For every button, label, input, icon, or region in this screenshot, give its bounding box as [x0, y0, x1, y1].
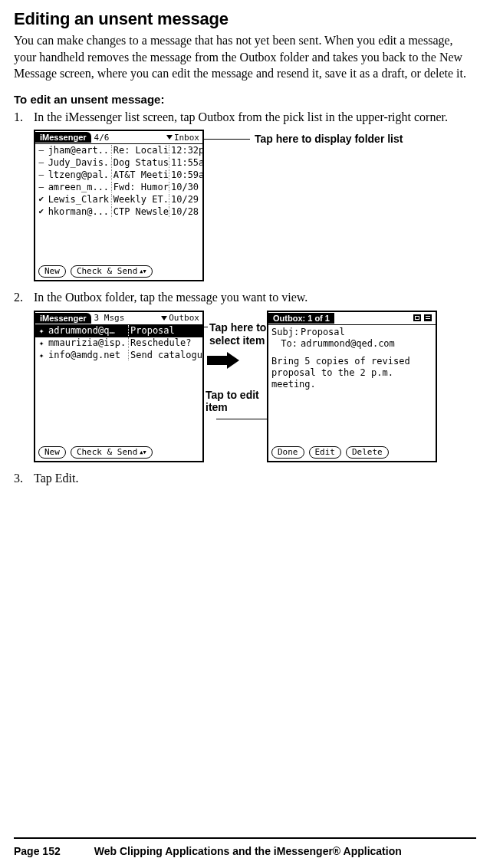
from-cell: info@amdg.net	[48, 350, 129, 360]
list-item[interactable]: ✔Lewis_Clark...Weekly ET...10/29	[35, 193, 202, 205]
edit-button[interactable]: Edit	[309, 446, 342, 459]
message-list: —jham@eart...Re: Localiza...12:32p—Judy_…	[35, 144, 202, 263]
new-button[interactable]: New	[38, 265, 66, 278]
step-3: 3. Tap Edit.	[14, 470, 476, 487]
palm-outbox-screenshot: iMessenger 3 Msgs Outbox ✦adrummond@q…Pr…	[34, 311, 204, 462]
time-cell: 10/29	[169, 194, 202, 205]
step-number: 1.	[14, 109, 34, 126]
callout-folder-list: Tap here to display folder list	[255, 133, 403, 146]
step-2: 2. In the Outbox folder, tap the message…	[14, 289, 476, 306]
to-label: To:	[271, 338, 298, 350]
page-footer: Page 152 Web Clipping Applications and t…	[14, 837, 476, 857]
from-cell: Judy_Davis...	[48, 157, 112, 168]
subject-cell: Weekly ET...	[112, 194, 169, 205]
subject-cell: Send catalogue	[129, 350, 202, 360]
intro-paragraph: You can make changes to a message that h…	[14, 32, 476, 82]
subject-cell: Proposal	[129, 325, 202, 336]
folder-label: Outbox	[169, 313, 199, 323]
sync-arrows-icon: ▲▼	[140, 270, 146, 273]
step-number: 3.	[14, 470, 34, 487]
time-cell: 10/30	[169, 182, 202, 192]
from-cell: Lewis_Clark...	[48, 194, 112, 205]
message-text: Bring 5 copies of revised proposal to th…	[271, 356, 432, 390]
message-counter: 3 Msgs	[91, 313, 162, 323]
detail-title: Outbox: 1 of 1	[268, 313, 334, 324]
arrow-right-icon	[207, 352, 241, 369]
list-item[interactable]: ✔hkorman@...CTP Newsle...10/28	[35, 205, 202, 218]
subject-cell: Re: Localiza...	[112, 145, 169, 156]
message-body-area: Subj: Proposal To: adrummond@qed.com Bri…	[268, 325, 436, 444]
list-item[interactable]: —amreen_m...Fwd: Humor10/30	[35, 181, 202, 193]
status-icon: ✦	[35, 350, 48, 360]
subject-value: Proposal	[301, 327, 345, 338]
status-icon: —	[35, 145, 48, 155]
palm-titlebar: iMessenger 4/6 Inbox	[35, 131, 202, 144]
callout-leader-line	[204, 327, 208, 327]
step-text: Tap Edit.	[34, 470, 476, 487]
button-label: Check & Send	[77, 447, 137, 458]
from-cell: ltzeng@pal...	[48, 169, 112, 180]
status-icon: ✔	[35, 206, 48, 216]
subject-cell: Dog Status	[112, 157, 169, 168]
from-cell: hkorman@...	[48, 206, 112, 217]
figure-outbox-row: iMessenger 3 Msgs Outbox ✦adrummond@q…Pr…	[34, 311, 476, 462]
button-label: Check & Send	[77, 266, 137, 277]
chevron-down-icon	[166, 135, 173, 140]
palm-detail-screenshot: Outbox: 1 of 1 Subj: Proposal To: adrumm…	[267, 311, 437, 462]
page-number: Page 152	[14, 845, 61, 857]
from-cell: mmaurizia@isp....	[48, 337, 129, 348]
time-cell: 10:59a	[169, 169, 202, 180]
app-name-tab: iMessenger	[35, 313, 91, 324]
new-button[interactable]: New	[38, 446, 66, 459]
time-cell: 10/28	[169, 206, 202, 217]
window-icon[interactable]	[413, 314, 422, 322]
check-send-button[interactable]: Check & Send ▲▼	[71, 265, 153, 278]
message-counter: 4/6	[91, 133, 166, 143]
status-icon: —	[35, 169, 48, 179]
status-icon: —	[35, 157, 48, 167]
time-cell: 12:32p	[169, 145, 202, 156]
section-heading: Editing an unsent message	[14, 9, 476, 29]
palm-titlebar: Outbox: 1 of 1	[268, 312, 436, 325]
folder-picklist[interactable]: Inbox	[166, 133, 202, 143]
done-button[interactable]: Done	[271, 446, 304, 459]
status-icon: ✦	[35, 338, 48, 348]
subject-label: Subj:	[271, 327, 298, 338]
step-1: 1. In the iMessenger list screen, tap Ou…	[14, 109, 476, 126]
status-icon: ✦	[35, 326, 48, 336]
sync-arrows-icon: ▲▼	[140, 451, 146, 454]
message-list: ✦adrummond@q…Proposal✦mmaurizia@isp....R…	[35, 325, 202, 444]
list-item[interactable]: ✦adrummond@q…Proposal	[35, 325, 202, 337]
from-cell: adrummond@q…	[48, 325, 129, 336]
palm-titlebar: iMessenger 3 Msgs Outbox	[35, 312, 202, 325]
folder-picklist[interactable]: Outbox	[161, 313, 202, 323]
step-number: 2.	[14, 289, 34, 306]
from-cell: amreen_m...	[48, 182, 112, 192]
procedure-heading: To edit an unsent message:	[14, 93, 476, 106]
subject-cell: Fwd: Humor	[112, 182, 169, 192]
list-item[interactable]: ✦info@amdg.netSend catalogue	[35, 350, 202, 362]
step-text: In the iMessenger list screen, tap Outbo…	[34, 109, 476, 126]
status-icon: ✔	[35, 194, 48, 204]
chevron-down-icon	[161, 316, 167, 321]
figure-inbox-row: iMessenger 4/6 Inbox —jham@eart...Re: Lo…	[34, 130, 476, 281]
status-icon: —	[35, 182, 48, 192]
subject-cell: CTP Newsle...	[112, 206, 169, 217]
callout-select-item: Tap here to select item	[209, 321, 267, 347]
subject-cell: AT&T Meeti...	[112, 169, 169, 180]
callout-leader-line	[204, 139, 250, 140]
chapter-title: Web Clipping Applications and the iMesse…	[94, 845, 402, 857]
app-name-tab: iMessenger	[35, 132, 91, 143]
check-send-button[interactable]: Check & Send ▲▼	[71, 446, 153, 459]
time-cell: 11:55a	[169, 157, 202, 168]
step-text: In the Outbox folder, tap the message yo…	[34, 289, 476, 306]
subject-cell: Reschedule?	[129, 337, 202, 348]
delete-button[interactable]: Delete	[346, 446, 389, 459]
menu-icon[interactable]	[423, 314, 432, 322]
callout-edit-item: Tap to edit item	[206, 389, 267, 415]
list-item[interactable]: —ltzeng@pal...AT&T Meeti...10:59a	[35, 169, 202, 181]
to-value: adrummond@qed.com	[301, 338, 395, 350]
list-item[interactable]: ✦mmaurizia@isp....Reschedule?	[35, 337, 202, 350]
list-item[interactable]: —Judy_Davis...Dog Status11:55a	[35, 156, 202, 169]
list-item[interactable]: —jham@eart...Re: Localiza...12:32p	[35, 144, 202, 156]
